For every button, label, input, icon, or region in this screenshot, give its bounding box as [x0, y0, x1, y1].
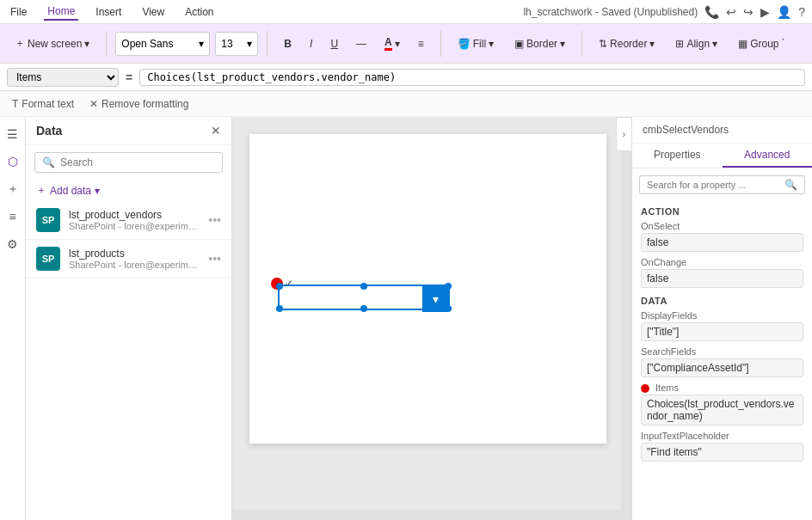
text-icon: T — [12, 98, 18, 110]
menu-bar-right: lh_scratchwork - Saved (Unpublished) 📞 ↩… — [523, 5, 805, 19]
chevron-down-icon: ▾ — [95, 185, 100, 197]
data-panel-close-button[interactable]: ✕ — [211, 124, 221, 138]
sidebar-settings-icon[interactable]: ⚙ — [3, 234, 23, 254]
menu-insert[interactable]: Insert — [92, 4, 125, 20]
align-menu-button[interactable]: ⊞ Align ▾ — [667, 34, 725, 54]
search-fields-label: SearchFields — [641, 346, 803, 357]
data-source-info-0: lst_product_vendors SharePoint - loren@e… — [69, 209, 200, 231]
menu-view[interactable]: View — [138, 4, 168, 20]
data-source-name-0: lst_product_vendors — [69, 209, 200, 221]
handle-bl[interactable] — [276, 305, 283, 312]
group-icon: ▦ — [738, 38, 747, 50]
canvas-scrollbar-v[interactable] — [621, 117, 631, 520]
chevron-down-icon: ▾ — [84, 38, 89, 50]
widget-dropdown-button[interactable]: ▾ — [422, 286, 448, 312]
action-section-label: ACTION — [632, 201, 812, 218]
handle-bc[interactable] — [360, 305, 367, 312]
data-source-more-0[interactable]: ••• — [208, 213, 221, 227]
name-box[interactable]: Items — [7, 68, 119, 87]
data-panel-header: Data ✕ — [26, 117, 231, 145]
plus-icon: ＋ — [36, 183, 46, 198]
data-search-container: 🔍 — [34, 152, 223, 173]
italic-button[interactable]: I — [302, 34, 320, 54]
input-placeholder-value[interactable]: "Find items" — [641, 443, 803, 462]
onchange-label: OnChange — [641, 257, 803, 267]
right-panel: cmbSelectVendors Properties Advanced 🔍 A… — [631, 117, 812, 520]
data-source-item-1[interactable]: SP lst_products SharePoint - loren@exper… — [26, 240, 231, 278]
format-text-button[interactable]: T Format text — [7, 96, 79, 112]
data-source-more-1[interactable]: ••• — [208, 252, 221, 266]
display-fields-row: DisplayFields ["Title"] — [632, 308, 812, 344]
undo-icon[interactable]: ↩ — [726, 5, 736, 19]
data-source-icon-1: SP — [36, 247, 60, 271]
chevron-down-icon: ▾ — [489, 38, 494, 50]
strikethrough-button[interactable]: — — [348, 34, 374, 54]
play-icon[interactable]: ▶ — [760, 5, 770, 19]
data-source-sub-0: SharePoint - loren@experimentalka... — [69, 221, 200, 231]
chevron-down-icon: ▾ — [199, 38, 204, 50]
onselect-row: OnSelect false — [632, 218, 812, 254]
menu-home[interactable]: Home — [44, 3, 78, 21]
widget-frame[interactable]: ▾ — [278, 284, 450, 310]
sidebar-menu-icon[interactable]: ☰ — [3, 124, 23, 144]
data-source-info-1: lst_products SharePoint - loren@experime… — [69, 248, 200, 270]
font-color-button[interactable]: A ▾ — [377, 32, 408, 55]
sidebar-data-icon[interactable]: ⬡ — [3, 151, 23, 172]
bold-button[interactable]: B — [276, 34, 299, 54]
border-button[interactable]: ▣ Border ▾ — [507, 34, 573, 54]
ribbon-divider-3 — [440, 31, 441, 57]
data-source-name-1: lst_products — [69, 248, 200, 260]
font-family-dropdown[interactable]: Open Sans ▾ — [115, 32, 210, 56]
align-button[interactable]: ≡ — [410, 34, 432, 54]
data-search-input[interactable] — [60, 156, 215, 168]
items-value[interactable]: Choices(lst_product_vendors.vendor_name) — [641, 395, 803, 425]
redo-icon[interactable]: ↪ — [743, 5, 754, 19]
sidebar-plus-icon[interactable]: ＋ — [3, 179, 23, 199]
items-label: Items — [641, 382, 803, 393]
reorder-icon: ⇅ — [599, 38, 607, 50]
phone-icon: 📞 — [704, 5, 719, 19]
tab-advanced[interactable]: Advanced — [723, 144, 813, 168]
display-fields-value[interactable]: ["Title"] — [641, 322, 803, 341]
onselect-value[interactable]: false — [641, 233, 803, 252]
chevron-down-icon: ▾ — [247, 38, 252, 50]
group-button[interactable]: ▦ Group ` — [730, 34, 793, 54]
menu-bar: File Home Insert View Action lh_scratchw… — [0, 0, 812, 24]
search-fields-row: SearchFields ["ComplianceAssetId"] — [632, 344, 812, 380]
menu-file[interactable]: File — [7, 4, 30, 20]
remove-formatting-button[interactable]: ✕ Remove formatting — [84, 96, 194, 112]
main-area: ☰ ⬡ ＋ ≡ ⚙ Data ✕ 🔍 ＋ Add data ▾ SP lst_p… — [0, 117, 812, 520]
property-search-input[interactable] — [647, 180, 781, 190]
handle-tl[interactable] — [276, 283, 283, 290]
font-size-dropdown[interactable]: 13 ▾ — [215, 32, 258, 56]
search-icon: 🔍 — [784, 179, 797, 191]
fill-icon: 🪣 — [458, 38, 471, 50]
onchange-value[interactable]: false — [641, 269, 803, 288]
search-fields-value[interactable]: ["ComplianceAssetId"] — [641, 358, 803, 377]
items-error-dot — [641, 384, 649, 393]
menu-action[interactable]: Action — [181, 4, 217, 20]
data-panel-title: Data — [36, 124, 62, 138]
canvas-widget[interactable]: ✓ ▾ — [278, 284, 450, 310]
sidebar-varlist-icon[interactable]: ≡ — [3, 206, 23, 227]
tab-properties[interactable]: Properties — [632, 144, 723, 168]
fill-button[interactable]: 🪣 Fill ▾ — [450, 34, 501, 54]
help-icon[interactable]: ? — [798, 5, 805, 19]
underline-button[interactable]: U — [323, 34, 346, 54]
add-data-button[interactable]: ＋ Add data ▾ — [26, 180, 231, 201]
formula-input[interactable] — [139, 69, 805, 86]
data-source-item[interactable]: SP lst_product_vendors SharePoint - lore… — [26, 201, 231, 240]
data-source-sub-1: SharePoint - loren@experimentalka... — [69, 260, 200, 270]
data-panel: Data ✕ 🔍 ＋ Add data ▾ SP lst_product_ven… — [26, 117, 232, 520]
input-placeholder-label: InputTextPlaceholder — [641, 431, 803, 441]
user-icon[interactable]: 👤 — [777, 5, 791, 19]
formula-equals: = — [126, 70, 132, 84]
new-screen-button[interactable]: ＋ New screen ▾ — [7, 32, 97, 55]
ribbon: ＋ New screen ▾ Open Sans ▾ 13 ▾ B I U — … — [0, 24, 812, 64]
canvas-area: ✓ ▾ — [232, 117, 631, 520]
chevron-down-icon: ▾ — [649, 38, 655, 50]
canvas-scrollbar-h[interactable] — [232, 510, 621, 520]
handle-tc[interactable] — [360, 283, 367, 290]
right-panel-toggle[interactable]: › — [616, 117, 631, 151]
reorder-button[interactable]: ⇅ Reorder ▾ — [591, 34, 662, 54]
